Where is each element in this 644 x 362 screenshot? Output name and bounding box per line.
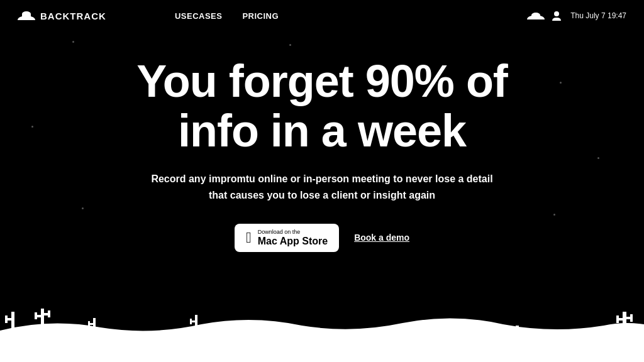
- svg-rect-17: [303, 340, 305, 346]
- nav-pricing[interactable]: PRICING: [242, 11, 279, 21]
- svg-rect-31: [623, 312, 626, 343]
- nav-links: USECASES PRICING: [175, 11, 279, 21]
- svg-rect-28: [516, 326, 519, 349]
- apple-icon: : [246, 230, 252, 245]
- svg-rect-20: [377, 334, 380, 351]
- svg-point-0: [554, 11, 559, 16]
- svg-rect-22: [372, 337, 374, 343]
- svg-rect-35: [630, 314, 633, 322]
- nav-datetime: Thu July 7 19:47: [570, 11, 626, 20]
- logo[interactable]: BACKTRACK: [18, 11, 106, 21]
- svg-rect-30: [511, 329, 513, 335]
- svg-rect-27: [459, 331, 461, 337]
- app-store-large-label: Mac App Store: [258, 235, 328, 247]
- desert-svg: [0, 280, 644, 362]
- svg-rect-15: [308, 337, 311, 356]
- logo-text: BACKTRACK: [40, 11, 106, 21]
- logo-ufo-icon: [18, 11, 35, 20]
- svg-rect-33: [616, 315, 619, 323]
- svg-rect-11: [88, 321, 90, 327]
- app-store-button[interactable]:  Download on the Mac App Store: [235, 224, 339, 252]
- cta-row:  Download on the Mac App Store Book a d…: [235, 224, 409, 252]
- svg-rect-1: [11, 312, 14, 340]
- svg-rect-25: [448, 332, 450, 338]
- hero-section: You forget 90% of info in a week Record …: [0, 31, 644, 252]
- svg-rect-3: [5, 315, 8, 323]
- nav-account-icon[interactable]: [550, 9, 563, 22]
- svg-rect-6: [35, 312, 37, 319]
- svg-rect-19: [314, 339, 316, 344]
- nav-right: Thu July 7 19:47: [529, 9, 626, 22]
- svg-rect-23: [453, 329, 456, 351]
- navbar: BACKTRACK USECASES PRICING Thu July 7 19…: [0, 0, 644, 31]
- app-store-small-label: Download on the: [258, 229, 301, 235]
- svg-rect-4: [41, 309, 44, 332]
- app-store-text: Download on the Mac App Store: [258, 229, 328, 247]
- svg-rect-14: [190, 319, 192, 324]
- hero-subtitle: Record any impromtu online or in-person …: [151, 171, 492, 203]
- svg-rect-9: [93, 318, 96, 334]
- book-demo-link[interactable]: Book a demo: [354, 233, 409, 243]
- nav-usecases[interactable]: USECASES: [175, 11, 223, 21]
- nav-ufo-icon: [529, 13, 543, 19]
- svg-rect-12: [195, 315, 197, 334]
- desert-landscape: [0, 280, 644, 362]
- hero-title: You forget 90% of info in a week: [136, 57, 508, 156]
- svg-rect-8: [48, 310, 50, 317]
